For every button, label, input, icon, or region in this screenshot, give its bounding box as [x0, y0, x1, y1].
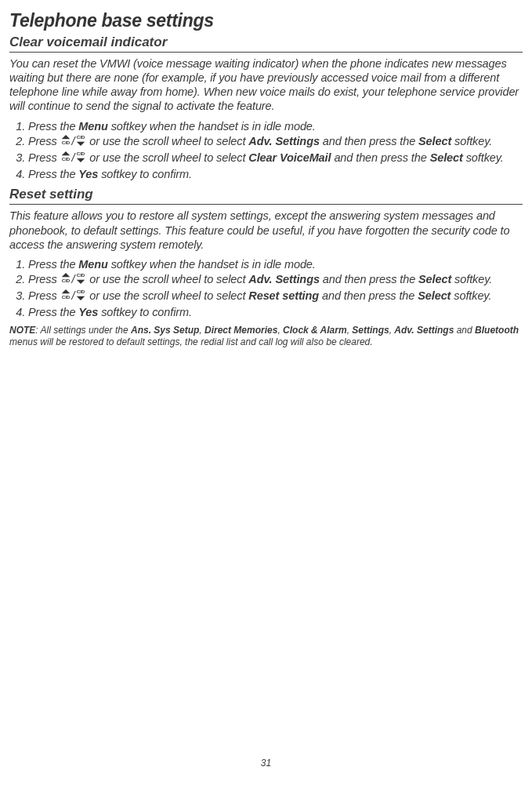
section1-steps: Press the Menu softkey when the handset …: [9, 119, 523, 182]
section2-steps: Press the Menu softkey when the handset …: [9, 257, 523, 320]
step-4: Press the Yes softkey to confirm.: [28, 305, 523, 319]
cid-up-icon: [60, 272, 71, 288]
section-reset-setting-body: This feature allows you to restore all s…: [9, 209, 523, 251]
cid-down-icon: [75, 151, 86, 166]
cid-down-icon: [75, 134, 86, 150]
step-3: Press / or use the scroll wheel to selec…: [28, 289, 523, 304]
section-reset-setting-title: Reset setting: [9, 186, 523, 205]
step-1: Press the Menu softkey when the handset …: [28, 119, 523, 133]
section-clear-voicemail-body: You can reset the VMWI (voice message wa…: [9, 56, 523, 114]
section-clear-voicemail-title: Clear voicemail indicator: [9, 34, 523, 53]
step-2: Press / or use the scroll wheel to selec…: [28, 272, 523, 288]
cid-up-icon: [60, 134, 71, 150]
step-1: Press the Menu softkey when the handset …: [28, 257, 523, 271]
cid-up-icon: [60, 151, 71, 166]
page-title: Telephone base settings: [9, 9, 523, 32]
cid-down-icon: [75, 272, 86, 288]
step-4: Press the Yes softkey to confirm.: [28, 167, 523, 181]
cid-down-icon: [75, 289, 86, 304]
note-text: NOTE: All settings under the Ans. Sys Se…: [9, 325, 523, 349]
step-2: Press / or use the scroll wheel to selec…: [28, 134, 523, 150]
step-3: Press / or use the scroll wheel to selec…: [28, 151, 523, 166]
cid-up-icon: [60, 289, 71, 304]
